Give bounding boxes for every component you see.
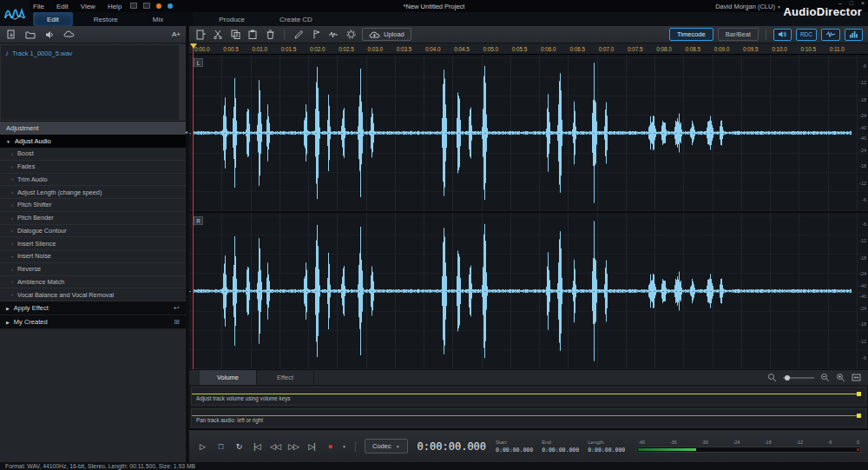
notification-dot-icon[interactable] xyxy=(156,3,161,9)
waveform-canvas-left[interactable] xyxy=(189,55,852,211)
loop-button[interactable]: ↻ xyxy=(233,440,245,453)
playhead[interactable] xyxy=(193,43,194,369)
step-forward-button[interactable]: ▷▷ xyxy=(287,440,299,453)
db-label: -6 xyxy=(862,63,866,69)
tab-edit[interactable]: Edit xyxy=(33,12,73,26)
track-name: Track 1_0000_5.wav xyxy=(12,50,72,57)
monitor-volume-icon[interactable] xyxy=(773,29,792,41)
adjust-item-pitch-shifter[interactable]: ›Pitch Shifter xyxy=(0,199,186,212)
copy-icon[interactable] xyxy=(229,29,241,40)
delete-icon[interactable] xyxy=(264,29,276,40)
go-to-end-button[interactable]: ▷| xyxy=(306,440,318,453)
import-media-icon[interactable] xyxy=(5,29,17,40)
zoom-fit-icon[interactable] xyxy=(852,373,861,382)
upload-button[interactable]: Upload xyxy=(362,28,411,41)
waveform-channel-left[interactable]: L -6-6-12-12-18-18-24-24-40-40 xyxy=(189,55,868,211)
timeline-ruler[interactable]: 0:00.00:00.50:01.00:01.50:02.00:02.50:03… xyxy=(189,43,868,55)
tab-effect[interactable]: Effect xyxy=(257,370,314,385)
transport-bar: ▷□↻|◁◁◁▷▷▷|● ▼ Codec ▼ 0:00:00.000 Start… xyxy=(189,429,868,462)
zoom-slider[interactable] xyxy=(783,377,814,379)
record-button[interactable]: ● xyxy=(324,440,336,453)
adjust-item-insert-noise[interactable]: ›Insert Noise xyxy=(0,250,186,263)
tab-create-cd[interactable]: Create CD xyxy=(266,12,326,26)
adjust-item-boost[interactable]: ›Boost xyxy=(0,148,186,161)
step-back-button[interactable]: ◁◁ xyxy=(269,440,281,453)
adjust-item-reverse[interactable]: ›Reverse xyxy=(0,263,186,276)
keyframe-handle[interactable] xyxy=(857,392,861,396)
user-account-menu[interactable]: David Morgan (CLU) ▼ xyxy=(715,3,781,10)
automation-line[interactable] xyxy=(192,394,857,394)
zoom-slider-knob[interactable] xyxy=(785,375,790,381)
chevron-right-icon: › xyxy=(11,202,13,208)
waveform-area[interactable]: L -6-6-12-12-18-18-24-24-40-40 R -6-6-12… xyxy=(189,55,868,369)
record-options-chevron-icon[interactable]: ▼ xyxy=(342,444,346,449)
adjust-item-insert-silence[interactable]: ›Insert Silence xyxy=(0,237,186,250)
import-folder-icon[interactable] xyxy=(24,29,36,40)
adjust-item-trim-audio[interactable]: ›Trim Audio xyxy=(0,174,186,187)
cloud-download-icon[interactable] xyxy=(62,29,75,40)
import-preset-icon[interactable]: ⊞ xyxy=(174,318,180,326)
zoom-in-icon[interactable] xyxy=(836,373,845,382)
db-scale-right: -6-6-12-12-18-18-24-24-40-40 xyxy=(855,213,868,369)
waveform-view-button[interactable] xyxy=(821,29,840,41)
stop-button[interactable]: □ xyxy=(214,440,227,453)
adjust-item-adjust-length-change-speed-[interactable]: ›Adjust Length (change speed) xyxy=(0,186,186,199)
menu-view[interactable]: View xyxy=(81,3,95,10)
automation-line[interactable] xyxy=(192,415,857,416)
normalize-icon[interactable] xyxy=(327,29,339,40)
menu-help[interactable]: Help xyxy=(108,3,122,10)
adjust-item-pitch-bender[interactable]: ›Pitch Bender xyxy=(0,212,186,225)
speaker-icon[interactable] xyxy=(43,29,56,40)
waveform-channel-right[interactable]: R -6-6-12-12-18-18-24-24-40-40 xyxy=(189,213,868,369)
adjust-audio-section-header[interactable]: ▼ Adjust Audio xyxy=(0,135,186,148)
zoom-out-icon[interactable] xyxy=(820,373,830,382)
waveform-canvas-right[interactable] xyxy=(189,213,852,369)
library-scrollbar[interactable] xyxy=(179,45,185,120)
sync-dot-icon[interactable] xyxy=(168,3,173,9)
go-to-start-button[interactable]: |◁ xyxy=(251,440,263,453)
tab-produce[interactable]: Produce xyxy=(205,12,259,26)
adjust-item-ambience-match[interactable]: ›Ambience Match xyxy=(0,276,186,289)
marker-icon[interactable] xyxy=(310,29,322,40)
display-mode-icon[interactable] xyxy=(130,3,137,9)
library-track-item[interactable]: ♪ Track 1_0000_5.wav xyxy=(2,48,177,59)
play-button[interactable]: ▷ xyxy=(196,440,208,453)
edit-pencil-icon[interactable] xyxy=(293,29,305,40)
apply-effect-section-header[interactable]: ▶ Apply Effect ↩ xyxy=(0,301,186,315)
bar-beat-button[interactable]: Bar/Beat xyxy=(718,28,759,41)
settings-gear-icon[interactable] xyxy=(345,29,357,40)
adjust-item-vocal-balance-and-vocal-removal[interactable]: ›Vocal Balance and Vocal Removal xyxy=(0,288,186,301)
tab-volume[interactable]: Volume xyxy=(200,370,257,385)
adjust-item-label: Pitch Bender xyxy=(17,214,54,222)
menu-edit[interactable]: Edit xyxy=(56,3,69,10)
menu-file[interactable]: File xyxy=(33,3,44,10)
field-value[interactable]: 0:00:00.000 xyxy=(496,447,533,453)
rdc-button[interactable]: RDC xyxy=(796,29,817,41)
panel-splitter[interactable]: ◂ xyxy=(186,26,189,462)
codec-button[interactable]: Codec ▼ xyxy=(365,439,408,453)
reset-effect-icon[interactable]: ↩ xyxy=(174,304,180,312)
adjust-audio-label: Adjust Audio xyxy=(15,137,51,145)
media-library: ♪ Track 1_0000_5.wav xyxy=(0,44,186,122)
device-icon[interactable] xyxy=(143,3,150,9)
import-audio-icon[interactable] xyxy=(194,29,207,40)
tab-restore[interactable]: Restore xyxy=(80,12,132,26)
meter-bar xyxy=(636,447,861,453)
my-created-section-header[interactable]: ▶ My Created ⊞ xyxy=(0,315,186,329)
automation-lane-0[interactable]: Adjust track volume using volume keys xyxy=(191,387,866,406)
cut-icon[interactable] xyxy=(212,29,224,40)
tab-mix[interactable]: Mix xyxy=(139,12,177,26)
user-name: David Morgan (CLU) xyxy=(715,3,775,10)
timecode-button[interactable]: Timecode xyxy=(669,28,713,41)
field-value[interactable]: 0:00:00.000 xyxy=(588,447,625,453)
a-plus-icon[interactable]: A+ xyxy=(172,30,181,38)
adjust-item-fades[interactable]: ›Fades xyxy=(0,161,186,174)
meter-scale: -40-36-30-24-18-12-60 xyxy=(636,440,861,445)
spectrum-view-button[interactable] xyxy=(845,29,863,41)
collapse-panel-icon[interactable]: ◂ xyxy=(185,129,187,135)
field-value[interactable]: 0:00:00.000 xyxy=(542,447,579,453)
keyframe-handle[interactable] xyxy=(857,414,861,418)
adjust-item-dialogue-contour[interactable]: ›Dialogue Contour xyxy=(0,225,186,238)
paste-icon[interactable] xyxy=(247,29,259,40)
automation-lane-1[interactable]: Pan track audio: left or right xyxy=(191,408,866,427)
